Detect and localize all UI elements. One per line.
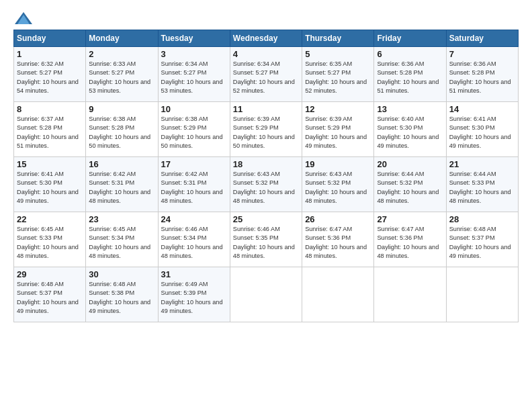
- logo: [13, 12, 32, 24]
- day-info: Sunrise: 6:47 AMSunset: 5:36 PMDaylight:…: [305, 226, 367, 259]
- weekday-wednesday: Wednesday: [230, 30, 302, 47]
- day-info: Sunrise: 6:34 AMSunset: 5:27 PMDaylight:…: [233, 60, 295, 94]
- day-info: Sunrise: 6:36 AMSunset: 5:28 PMDaylight:…: [377, 60, 439, 94]
- day-info: Sunrise: 6:38 AMSunset: 5:29 PMDaylight:…: [161, 116, 223, 149]
- day-cell-2: 2 Sunrise: 6:33 AMSunset: 5:27 PMDayligh…: [86, 47, 158, 102]
- empty-cell: [230, 267, 302, 322]
- day-cell-30: 30 Sunrise: 6:48 AMSunset: 5:38 PMDaylig…: [86, 267, 158, 322]
- day-info: Sunrise: 6:39 AMSunset: 5:29 PMDaylight:…: [233, 116, 295, 149]
- day-info: Sunrise: 6:43 AMSunset: 5:32 PMDaylight:…: [233, 171, 295, 204]
- day-cell-24: 24 Sunrise: 6:46 AMSunset: 5:34 PMDaylig…: [158, 212, 230, 267]
- day-cell-31: 31 Sunrise: 6:49 AMSunset: 5:39 PMDaylig…: [158, 267, 230, 322]
- day-number: 5: [305, 49, 371, 59]
- day-info: Sunrise: 6:48 AMSunset: 5:37 PMDaylight:…: [449, 226, 511, 259]
- day-number: 19: [305, 159, 371, 169]
- week-row-4: 22 Sunrise: 6:45 AMSunset: 5:33 PMDaylig…: [14, 212, 519, 267]
- day-info: Sunrise: 6:46 AMSunset: 5:35 PMDaylight:…: [233, 226, 295, 259]
- day-info: Sunrise: 6:41 AMSunset: 5:30 PMDaylight:…: [17, 171, 79, 204]
- day-info: Sunrise: 6:49 AMSunset: 5:39 PMDaylight:…: [161, 281, 223, 314]
- day-cell-16: 16 Sunrise: 6:42 AMSunset: 5:31 PMDaylig…: [86, 157, 158, 212]
- day-number: 22: [17, 214, 83, 224]
- day-cell-4: 4 Sunrise: 6:34 AMSunset: 5:27 PMDayligh…: [230, 47, 302, 102]
- day-number: 26: [305, 214, 371, 224]
- logo-icon: [15, 12, 32, 24]
- weekday-tuesday: Tuesday: [158, 30, 230, 47]
- day-number: 13: [377, 104, 443, 114]
- day-info: Sunrise: 6:44 AMSunset: 5:33 PMDaylight:…: [449, 171, 511, 204]
- day-info: Sunrise: 6:41 AMSunset: 5:30 PMDaylight:…: [449, 116, 511, 149]
- day-info: Sunrise: 6:44 AMSunset: 5:32 PMDaylight:…: [377, 171, 439, 204]
- day-info: Sunrise: 6:47 AMSunset: 5:36 PMDaylight:…: [377, 226, 439, 259]
- day-number: 4: [233, 49, 299, 59]
- day-cell-17: 17 Sunrise: 6:42 AMSunset: 5:31 PMDaylig…: [158, 157, 230, 212]
- day-cell-27: 27 Sunrise: 6:47 AMSunset: 5:36 PMDaylig…: [374, 212, 446, 267]
- day-cell-15: 15 Sunrise: 6:41 AMSunset: 5:30 PMDaylig…: [14, 157, 86, 212]
- day-number: 29: [17, 269, 83, 279]
- day-info: Sunrise: 6:37 AMSunset: 5:28 PMDaylight:…: [17, 116, 79, 149]
- day-number: 28: [449, 214, 515, 224]
- page: SundayMondayTuesdayWednesdayThursdayFrid…: [0, 0, 532, 411]
- day-cell-14: 14 Sunrise: 6:41 AMSunset: 5:30 PMDaylig…: [446, 102, 518, 157]
- day-number: 18: [233, 159, 299, 169]
- day-number: 3: [161, 49, 227, 59]
- weekday-friday: Friday: [374, 30, 446, 47]
- day-info: Sunrise: 6:48 AMSunset: 5:38 PMDaylight:…: [89, 281, 150, 314]
- day-number: 31: [161, 269, 227, 279]
- day-cell-25: 25 Sunrise: 6:46 AMSunset: 5:35 PMDaylig…: [230, 212, 302, 267]
- calendar-table: SundayMondayTuesdayWednesdayThursdayFrid…: [13, 30, 519, 322]
- day-cell-29: 29 Sunrise: 6:48 AMSunset: 5:37 PMDaylig…: [14, 267, 86, 322]
- day-number: 1: [17, 49, 83, 59]
- day-cell-6: 6 Sunrise: 6:36 AMSunset: 5:28 PMDayligh…: [374, 47, 446, 102]
- day-number: 6: [377, 49, 443, 59]
- week-row-2: 8 Sunrise: 6:37 AMSunset: 5:28 PMDayligh…: [14, 102, 519, 157]
- weekday-monday: Monday: [86, 30, 158, 47]
- week-row-5: 29 Sunrise: 6:48 AMSunset: 5:37 PMDaylig…: [14, 267, 519, 322]
- day-number: 21: [449, 159, 515, 169]
- week-row-3: 15 Sunrise: 6:41 AMSunset: 5:30 PMDaylig…: [14, 157, 519, 212]
- day-cell-28: 28 Sunrise: 6:48 AMSunset: 5:37 PMDaylig…: [446, 212, 518, 267]
- day-number: 27: [377, 214, 443, 224]
- day-cell-23: 23 Sunrise: 6:45 AMSunset: 5:34 PMDaylig…: [86, 212, 158, 267]
- empty-cell: [374, 267, 446, 322]
- day-info: Sunrise: 6:46 AMSunset: 5:34 PMDaylight:…: [161, 226, 223, 259]
- day-number: 15: [17, 159, 83, 169]
- day-cell-1: 1 Sunrise: 6:32 AMSunset: 5:27 PMDayligh…: [14, 47, 86, 102]
- day-cell-5: 5 Sunrise: 6:35 AMSunset: 5:27 PMDayligh…: [302, 47, 374, 102]
- day-number: 12: [305, 104, 371, 114]
- weekday-saturday: Saturday: [446, 30, 518, 47]
- day-number: 30: [89, 269, 154, 279]
- day-info: Sunrise: 6:38 AMSunset: 5:28 PMDaylight:…: [89, 116, 150, 149]
- calendar-body: 1 Sunrise: 6:32 AMSunset: 5:27 PMDayligh…: [14, 47, 519, 322]
- day-cell-8: 8 Sunrise: 6:37 AMSunset: 5:28 PMDayligh…: [14, 102, 86, 157]
- day-number: 14: [449, 104, 515, 114]
- day-info: Sunrise: 6:36 AMSunset: 5:28 PMDaylight:…: [449, 60, 511, 94]
- weekday-header-row: SundayMondayTuesdayWednesdayThursdayFrid…: [14, 30, 519, 47]
- day-number: 16: [89, 159, 154, 169]
- day-cell-7: 7 Sunrise: 6:36 AMSunset: 5:28 PMDayligh…: [446, 47, 518, 102]
- day-number: 7: [449, 49, 515, 59]
- day-cell-9: 9 Sunrise: 6:38 AMSunset: 5:28 PMDayligh…: [86, 102, 158, 157]
- day-info: Sunrise: 6:45 AMSunset: 5:34 PMDaylight:…: [89, 226, 150, 259]
- day-cell-22: 22 Sunrise: 6:45 AMSunset: 5:33 PMDaylig…: [14, 212, 86, 267]
- day-cell-11: 11 Sunrise: 6:39 AMSunset: 5:29 PMDaylig…: [230, 102, 302, 157]
- day-number: 24: [161, 214, 227, 224]
- day-number: 2: [89, 49, 154, 59]
- header: [13, 12, 519, 24]
- day-number: 10: [161, 104, 227, 114]
- day-number: 8: [17, 104, 83, 114]
- day-info: Sunrise: 6:43 AMSunset: 5:32 PMDaylight:…: [305, 171, 367, 204]
- week-row-1: 1 Sunrise: 6:32 AMSunset: 5:27 PMDayligh…: [14, 47, 519, 102]
- day-cell-13: 13 Sunrise: 6:40 AMSunset: 5:30 PMDaylig…: [374, 102, 446, 157]
- day-number: 9: [89, 104, 154, 114]
- day-info: Sunrise: 6:34 AMSunset: 5:27 PMDaylight:…: [161, 60, 223, 94]
- empty-cell: [302, 267, 374, 322]
- day-info: Sunrise: 6:40 AMSunset: 5:30 PMDaylight:…: [377, 116, 439, 149]
- day-info: Sunrise: 6:32 AMSunset: 5:27 PMDaylight:…: [17, 60, 79, 94]
- day-cell-3: 3 Sunrise: 6:34 AMSunset: 5:27 PMDayligh…: [158, 47, 230, 102]
- day-info: Sunrise: 6:48 AMSunset: 5:37 PMDaylight:…: [17, 281, 79, 314]
- day-info: Sunrise: 6:33 AMSunset: 5:27 PMDaylight:…: [89, 60, 150, 94]
- day-number: 17: [161, 159, 227, 169]
- day-info: Sunrise: 6:35 AMSunset: 5:27 PMDaylight:…: [305, 60, 367, 94]
- day-number: 25: [233, 214, 299, 224]
- day-number: 20: [377, 159, 443, 169]
